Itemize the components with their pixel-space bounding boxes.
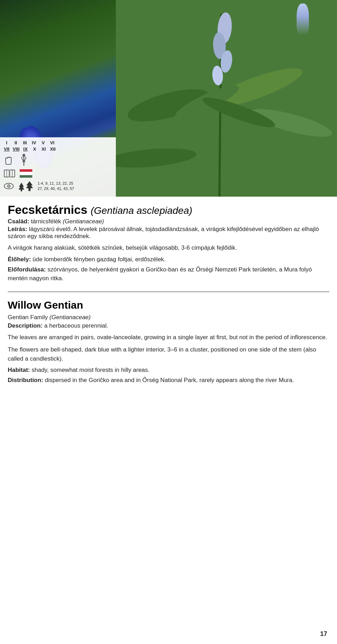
month-XI: XI bbox=[41, 146, 47, 152]
month-IV: IV bbox=[31, 140, 37, 145]
plant-title-hu: Fecsketárnics (Gentiana asclepiadea) bbox=[8, 203, 329, 217]
desc-line-hu: Leírás: lágyszárú évelő. A levelek páros… bbox=[8, 226, 329, 240]
month-II: II bbox=[13, 140, 19, 145]
month-I: I bbox=[4, 140, 10, 145]
en-desc-line: Description: a herbaceous perennial. bbox=[8, 322, 329, 329]
tree-icons bbox=[18, 180, 33, 192]
en-family-line: Gentian Family (Gentianaceae) bbox=[8, 314, 329, 321]
month-VIII: VIII bbox=[13, 146, 20, 152]
family-line-hu: Család: tárnicsfélék (Gentianaceae) bbox=[8, 218, 329, 225]
photo-left: I II III IV V VI VII VIII IX X XI XII bbox=[0, 0, 116, 197]
en-family-value: Gentian Family (Gentianaceae) bbox=[8, 314, 91, 321]
svg-marker-15 bbox=[26, 183, 33, 188]
month-X: X bbox=[32, 146, 38, 152]
en-distribution-block: Distribution: dispersed in the Goričko a… bbox=[8, 376, 329, 385]
elofordulas-block: Előfordulása: szórványos, de helyenként … bbox=[8, 265, 329, 283]
month-row-2: VII VIII IX X XI XII bbox=[4, 146, 112, 152]
book-icon bbox=[4, 169, 15, 178]
month-XII: XII bbox=[50, 146, 56, 152]
glove-icon bbox=[4, 155, 15, 166]
svg-marker-12 bbox=[19, 185, 24, 190]
hungarian-flag bbox=[20, 169, 32, 178]
body2-hu: A virágok harang alakúak, sötétkék színű… bbox=[8, 243, 329, 252]
plant-name-hu: Fecsketárnics bbox=[8, 203, 87, 216]
location-numbers: 1-4, 9, 11, 13, 22, 25 27, 29, 40, 41, 4… bbox=[38, 181, 74, 192]
month-VII: VII bbox=[4, 146, 10, 152]
elohely-line: Élőhely: üde lomberdők fényben gazdag fo… bbox=[8, 256, 329, 263]
svg-rect-16 bbox=[28, 188, 31, 191]
month-IX: IX bbox=[22, 146, 29, 152]
page-number: 17 bbox=[320, 630, 327, 638]
medical-icon bbox=[19, 154, 29, 166]
month-row-1: I II III IV V VI bbox=[4, 140, 112, 145]
eye-icon bbox=[4, 182, 14, 190]
icons-row-3: 1-4, 9, 11, 13, 22, 25 27, 29, 40, 41, 4… bbox=[4, 180, 112, 192]
photo-row: I II III IV V VI VII VIII IX X XI XII bbox=[0, 0, 337, 197]
icons-row-2 bbox=[4, 169, 112, 178]
photo-right-image bbox=[116, 0, 337, 197]
en-body2: The flowers are bell-shaped, dark blue w… bbox=[8, 345, 329, 363]
en-body1: The leaves are arranged in pairs, ovate-… bbox=[8, 333, 329, 342]
photo-right bbox=[116, 0, 337, 197]
section-divider bbox=[8, 291, 329, 292]
month-V: V bbox=[40, 140, 46, 145]
info-grid: I II III IV V VI VII VIII IX X XI XII bbox=[0, 137, 116, 197]
svg-rect-13 bbox=[21, 190, 22, 191]
english-title: Willow Gentian bbox=[8, 299, 329, 311]
month-VI: VI bbox=[49, 140, 55, 145]
main-content: Fecsketárnics (Gentiana asclepiadea) Csa… bbox=[0, 197, 337, 402]
en-habitat-line: Habitat: shady, somewhat moist forests i… bbox=[8, 367, 329, 374]
plant-name-latin: (Gentiana asclepiadea) bbox=[91, 205, 192, 216]
month-III: III bbox=[22, 140, 28, 145]
svg-point-10 bbox=[8, 186, 9, 187]
icons-row-1 bbox=[4, 154, 112, 166]
